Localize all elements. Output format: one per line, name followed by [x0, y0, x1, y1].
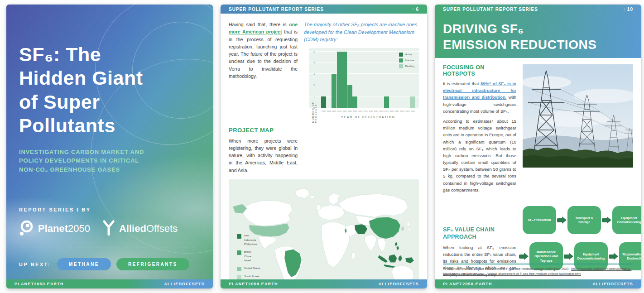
page10-footer: PLANET2050.EARTH ALLIEDOFFSETS: [435, 279, 641, 288]
x-tick-label: 2018: [379, 110, 384, 112]
page10-title: DRIVING SF₆ EMISSION REDUCTIONS: [443, 21, 633, 53]
map-legend-item: United States: [237, 266, 260, 271]
footer-right: ALLIEDOFFSETS: [378, 282, 419, 286]
flow-arrow-icon: [602, 216, 611, 224]
up-next-pill-refrigerants[interactable]: REFRIGERANTS: [116, 258, 189, 270]
flow-arrow-icon: [557, 216, 567, 224]
footer-left: PLANET2050.EARTH: [229, 282, 278, 286]
x-tick-label: 2009: [332, 110, 337, 112]
page10-banner: SUPER POLLUTANT REPORT SERIES · 10 DRIVI…: [435, 5, 641, 58]
x-tick-label: 2007: [321, 110, 327, 112]
country-israel: [345, 229, 346, 233]
country-china: [369, 217, 400, 239]
country-indonesia: [378, 255, 387, 263]
chart-bar-2013: [352, 96, 357, 108]
planet2050-logo-icon: [19, 220, 34, 238]
project-map-heading: PROJECT MAP: [229, 127, 419, 134]
power-lines-photo: [523, 64, 633, 168]
chart-bar-2011: [342, 52, 347, 108]
project-map-paragraph: When more projects were registering, the…: [229, 137, 298, 174]
x-tick-label: 2022: [399, 110, 405, 112]
y-tick-label: 3: [310, 72, 315, 75]
region-se-asia: [378, 238, 386, 252]
legend-label: Inactive: [405, 59, 414, 62]
cover-page: SF₆: The Hidden Giant of Super Pollutant…: [6, 5, 213, 288]
map-legend-item: BrazilChinaIsrael: [237, 250, 260, 263]
series-header-bar: SUPER POLLUTANT REPORT SERIES · 6: [221, 5, 427, 14]
chart-lede: The majority of other SF₆ projects are i…: [304, 21, 419, 43]
country-philippines: [395, 242, 398, 246]
country-south-korea: [401, 226, 404, 231]
flow-arrow-icon: [609, 253, 618, 260]
map-legend-swatch: [237, 250, 241, 255]
y-tick-label: 2: [310, 84, 315, 86]
map-legend: IranIndonesiaPhilippinesBrazilChinaIsrae…: [237, 234, 260, 279]
region-scandinavia: [329, 193, 339, 205]
page-number: · 10: [624, 7, 633, 12]
footer-right: ALLIEDOFFSETS: [592, 282, 633, 286]
map-legend-item: IranIndonesiaPhilippines: [237, 234, 260, 247]
chart-bar-2024: [410, 96, 415, 108]
footer-right: ALLIEDOFFSETS: [164, 282, 205, 286]
page-6: SUPER POLLUTANT REPORT SERIES · 6 Having…: [221, 5, 427, 288]
flow-arrow-icon: [564, 253, 573, 260]
up-next-pill-methane[interactable]: METHANE: [57, 258, 111, 270]
country-indonesia: [389, 255, 397, 263]
chart-bar-2019: [384, 96, 389, 108]
x-tick-label: 2013: [352, 110, 358, 112]
x-tick-label: 2021: [394, 110, 400, 112]
x-tick-label: 2012: [347, 110, 353, 112]
legend-swatch: [399, 64, 403, 68]
hotspots-paragraph-1: It is estimated that 89%⁵ of SF₆ is in e…: [443, 80, 516, 115]
continent-europe: [317, 205, 345, 220]
country-india: [365, 235, 377, 251]
country-iran: [355, 224, 367, 234]
map-legend-countries: South Korea: [244, 274, 259, 279]
flow-box: Transport & Storage: [567, 206, 601, 234]
chart-bar-2009: [332, 74, 336, 107]
x-tick-label: 2020: [389, 110, 394, 112]
country-philippines: [397, 246, 399, 250]
x-tick-label: 2019: [384, 110, 389, 112]
world-map-panel: IranIndonesiaPhilippinesBrazilChinaIsrae…: [229, 179, 419, 288]
up-next-label: UP NEXT:: [19, 262, 51, 267]
legend-label: Pending: [405, 65, 414, 67]
country-canada: [241, 200, 293, 226]
x-tick-label: 2024: [410, 110, 416, 112]
map-legend-countries: IranIndonesiaPhilippines: [244, 234, 257, 247]
x-tick-label: 2017: [374, 110, 379, 112]
report-title: SF₆: The Hidden Giant of Super Pollutant…: [19, 43, 200, 138]
intro-paragraph: Having said that, there is one more Amer…: [229, 21, 298, 120]
x-tick-label: 2008: [327, 110, 332, 112]
flow-box: SF₆ Production: [523, 206, 556, 234]
byline: REPORT SERIES I BY: [19, 207, 200, 212]
country-japan: [409, 227, 411, 231]
footnote-rule: [443, 264, 633, 264]
report-subtitle: INVESTIGATING CARBON MARKET AND POLICY D…: [19, 148, 200, 174]
flow-box: Equipment Commissioning: [612, 206, 641, 234]
alliedoffsets-logo: AlliedOffsets: [102, 220, 178, 237]
map-legend-swatch: [237, 275, 241, 279]
map-legend-swatch: [237, 267, 241, 271]
report-spread: SF₆: The Hidden Giant of Super Pollutant…: [0, 0, 644, 293]
series-title: SUPER POLLUTANT REPORT SERIES: [443, 7, 538, 12]
footer-left: PLANET2050.EARTH: [14, 282, 64, 286]
country-indonesia: [384, 264, 395, 268]
chart-bar-2012: [347, 85, 352, 108]
planet2050-logo: Planet2050: [19, 220, 90, 238]
x-tick-label: 2010: [337, 110, 342, 112]
footnote: ⁴ Fraunhofer Institute, Impact assessmen…: [443, 264, 633, 277]
x-tick-label: 2015: [363, 110, 369, 112]
projects-bar-chart: NUMBER OF PROJECTS 012345 20072008200920…: [304, 48, 419, 120]
y-tick-label: 5: [310, 50, 315, 53]
legend-label: Active: [405, 53, 412, 56]
chart-bar-2010: [337, 52, 342, 108]
x-axis-title: YEAR OF REGISTRATION: [321, 115, 415, 119]
country-japan: [407, 222, 410, 227]
country-mexico: [258, 236, 276, 249]
chart-legend: ActiveInactivePending: [399, 53, 414, 68]
page-number: · 6: [412, 7, 419, 12]
country-indonesia: [398, 255, 402, 261]
alliedoffsets-logo-icon: [102, 220, 115, 237]
x-tick-label: 2014: [358, 110, 363, 112]
